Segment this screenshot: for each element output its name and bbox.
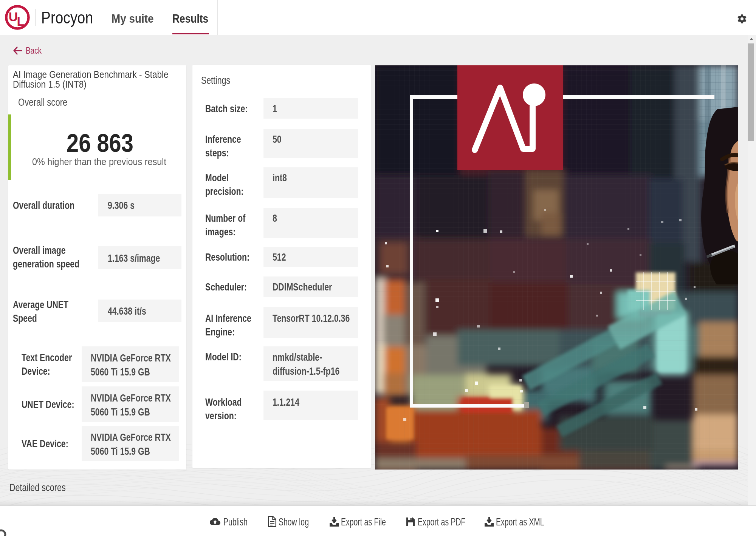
svg-text:L: L	[17, 14, 25, 28]
svg-text:U: U	[9, 9, 18, 24]
